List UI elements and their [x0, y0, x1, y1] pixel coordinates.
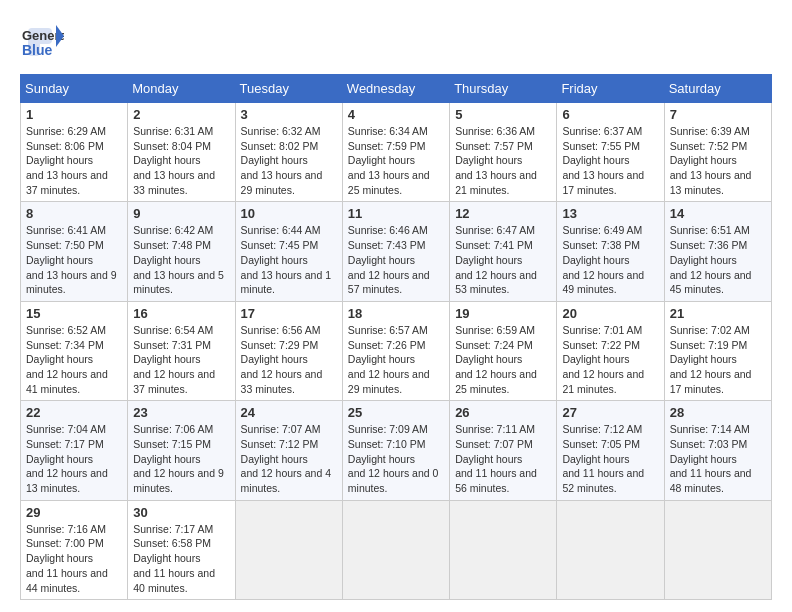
- day-number: 18: [348, 306, 444, 321]
- day-number: 23: [133, 405, 229, 420]
- day-number: 1: [26, 107, 122, 122]
- day-detail: Sunrise: 6:52 AM Sunset: 7:34 PM Dayligh…: [26, 323, 122, 396]
- day-detail: Sunrise: 7:14 AM Sunset: 7:03 PM Dayligh…: [670, 422, 766, 495]
- day-detail: Sunrise: 6:57 AM Sunset: 7:26 PM Dayligh…: [348, 323, 444, 396]
- calendar-cell: 7 Sunrise: 6:39 AM Sunset: 7:52 PM Dayli…: [664, 103, 771, 202]
- calendar-cell: 29 Sunrise: 7:16 AM Sunset: 7:00 PM Dayl…: [21, 500, 128, 599]
- calendar-cell: 26 Sunrise: 7:11 AM Sunset: 7:07 PM Dayl…: [450, 401, 557, 500]
- day-detail: Sunrise: 6:39 AM Sunset: 7:52 PM Dayligh…: [670, 124, 766, 197]
- day-number: 30: [133, 505, 229, 520]
- day-number: 3: [241, 107, 337, 122]
- logo-icon: General Blue: [20, 20, 64, 64]
- day-detail: Sunrise: 6:42 AM Sunset: 7:48 PM Dayligh…: [133, 223, 229, 296]
- calendar-cell: 23 Sunrise: 7:06 AM Sunset: 7:15 PM Dayl…: [128, 401, 235, 500]
- calendar-header-row: SundayMondayTuesdayWednesdayThursdayFrid…: [21, 75, 772, 103]
- day-detail: Sunrise: 7:04 AM Sunset: 7:17 PM Dayligh…: [26, 422, 122, 495]
- calendar-cell: 25 Sunrise: 7:09 AM Sunset: 7:10 PM Dayl…: [342, 401, 449, 500]
- calendar-week-row: 22 Sunrise: 7:04 AM Sunset: 7:17 PM Dayl…: [21, 401, 772, 500]
- day-number: 26: [455, 405, 551, 420]
- day-number: 17: [241, 306, 337, 321]
- day-detail: Sunrise: 6:29 AM Sunset: 8:06 PM Dayligh…: [26, 124, 122, 197]
- day-number: 14: [670, 206, 766, 221]
- calendar-cell: 10 Sunrise: 6:44 AM Sunset: 7:45 PM Dayl…: [235, 202, 342, 301]
- calendar-cell: 22 Sunrise: 7:04 AM Sunset: 7:17 PM Dayl…: [21, 401, 128, 500]
- calendar-cell: 15 Sunrise: 6:52 AM Sunset: 7:34 PM Dayl…: [21, 301, 128, 400]
- calendar-week-row: 8 Sunrise: 6:41 AM Sunset: 7:50 PM Dayli…: [21, 202, 772, 301]
- day-detail: Sunrise: 7:01 AM Sunset: 7:22 PM Dayligh…: [562, 323, 658, 396]
- col-header-thursday: Thursday: [450, 75, 557, 103]
- calendar-cell: 21 Sunrise: 7:02 AM Sunset: 7:19 PM Dayl…: [664, 301, 771, 400]
- day-detail: Sunrise: 7:12 AM Sunset: 7:05 PM Dayligh…: [562, 422, 658, 495]
- calendar-cell: 19 Sunrise: 6:59 AM Sunset: 7:24 PM Dayl…: [450, 301, 557, 400]
- day-number: 10: [241, 206, 337, 221]
- calendar-cell: 18 Sunrise: 6:57 AM Sunset: 7:26 PM Dayl…: [342, 301, 449, 400]
- day-detail: Sunrise: 6:54 AM Sunset: 7:31 PM Dayligh…: [133, 323, 229, 396]
- day-number: 2: [133, 107, 229, 122]
- calendar-cell: 16 Sunrise: 6:54 AM Sunset: 7:31 PM Dayl…: [128, 301, 235, 400]
- day-detail: Sunrise: 6:32 AM Sunset: 8:02 PM Dayligh…: [241, 124, 337, 197]
- day-number: 29: [26, 505, 122, 520]
- day-number: 15: [26, 306, 122, 321]
- calendar-cell: 6 Sunrise: 6:37 AM Sunset: 7:55 PM Dayli…: [557, 103, 664, 202]
- calendar-week-row: 29 Sunrise: 7:16 AM Sunset: 7:00 PM Dayl…: [21, 500, 772, 599]
- day-detail: Sunrise: 6:36 AM Sunset: 7:57 PM Dayligh…: [455, 124, 551, 197]
- calendar-cell: 24 Sunrise: 7:07 AM Sunset: 7:12 PM Dayl…: [235, 401, 342, 500]
- day-detail: Sunrise: 7:06 AM Sunset: 7:15 PM Dayligh…: [133, 422, 229, 495]
- calendar-cell: 2 Sunrise: 6:31 AM Sunset: 8:04 PM Dayli…: [128, 103, 235, 202]
- day-number: 16: [133, 306, 229, 321]
- calendar-week-row: 1 Sunrise: 6:29 AM Sunset: 8:06 PM Dayli…: [21, 103, 772, 202]
- calendar-table: SundayMondayTuesdayWednesdayThursdayFrid…: [20, 74, 772, 600]
- day-number: 11: [348, 206, 444, 221]
- col-header-monday: Monday: [128, 75, 235, 103]
- day-number: 27: [562, 405, 658, 420]
- day-detail: Sunrise: 6:47 AM Sunset: 7:41 PM Dayligh…: [455, 223, 551, 296]
- day-detail: Sunrise: 7:09 AM Sunset: 7:10 PM Dayligh…: [348, 422, 444, 495]
- calendar-cell: 28 Sunrise: 7:14 AM Sunset: 7:03 PM Dayl…: [664, 401, 771, 500]
- col-header-sunday: Sunday: [21, 75, 128, 103]
- day-detail: Sunrise: 7:17 AM Sunset: 6:58 PM Dayligh…: [133, 522, 229, 595]
- calendar-cell: 14 Sunrise: 6:51 AM Sunset: 7:36 PM Dayl…: [664, 202, 771, 301]
- day-number: 7: [670, 107, 766, 122]
- calendar-cell: 13 Sunrise: 6:49 AM Sunset: 7:38 PM Dayl…: [557, 202, 664, 301]
- calendar-cell: 30 Sunrise: 7:17 AM Sunset: 6:58 PM Dayl…: [128, 500, 235, 599]
- day-detail: Sunrise: 6:44 AM Sunset: 7:45 PM Dayligh…: [241, 223, 337, 296]
- col-header-wednesday: Wednesday: [342, 75, 449, 103]
- calendar-cell: 12 Sunrise: 6:47 AM Sunset: 7:41 PM Dayl…: [450, 202, 557, 301]
- calendar-cell: 27 Sunrise: 7:12 AM Sunset: 7:05 PM Dayl…: [557, 401, 664, 500]
- day-detail: Sunrise: 6:51 AM Sunset: 7:36 PM Dayligh…: [670, 223, 766, 296]
- day-detail: Sunrise: 6:49 AM Sunset: 7:38 PM Dayligh…: [562, 223, 658, 296]
- calendar-cell: [235, 500, 342, 599]
- calendar-cell: [664, 500, 771, 599]
- calendar-cell: 4 Sunrise: 6:34 AM Sunset: 7:59 PM Dayli…: [342, 103, 449, 202]
- svg-text:Blue: Blue: [22, 42, 53, 58]
- day-detail: Sunrise: 6:59 AM Sunset: 7:24 PM Dayligh…: [455, 323, 551, 396]
- day-detail: Sunrise: 6:56 AM Sunset: 7:29 PM Dayligh…: [241, 323, 337, 396]
- day-detail: Sunrise: 7:07 AM Sunset: 7:12 PM Dayligh…: [241, 422, 337, 495]
- col-header-friday: Friday: [557, 75, 664, 103]
- calendar-cell: 11 Sunrise: 6:46 AM Sunset: 7:43 PM Dayl…: [342, 202, 449, 301]
- day-number: 20: [562, 306, 658, 321]
- calendar-week-row: 15 Sunrise: 6:52 AM Sunset: 7:34 PM Dayl…: [21, 301, 772, 400]
- day-number: 8: [26, 206, 122, 221]
- calendar-cell: 9 Sunrise: 6:42 AM Sunset: 7:48 PM Dayli…: [128, 202, 235, 301]
- logo: General Blue: [20, 20, 64, 64]
- calendar-cell: 20 Sunrise: 7:01 AM Sunset: 7:22 PM Dayl…: [557, 301, 664, 400]
- day-number: 22: [26, 405, 122, 420]
- day-number: 12: [455, 206, 551, 221]
- day-detail: Sunrise: 7:16 AM Sunset: 7:00 PM Dayligh…: [26, 522, 122, 595]
- day-detail: Sunrise: 6:41 AM Sunset: 7:50 PM Dayligh…: [26, 223, 122, 296]
- calendar-cell: 3 Sunrise: 6:32 AM Sunset: 8:02 PM Dayli…: [235, 103, 342, 202]
- day-detail: Sunrise: 6:46 AM Sunset: 7:43 PM Dayligh…: [348, 223, 444, 296]
- day-number: 5: [455, 107, 551, 122]
- col-header-saturday: Saturday: [664, 75, 771, 103]
- day-number: 6: [562, 107, 658, 122]
- calendar-cell: 8 Sunrise: 6:41 AM Sunset: 7:50 PM Dayli…: [21, 202, 128, 301]
- day-detail: Sunrise: 6:34 AM Sunset: 7:59 PM Dayligh…: [348, 124, 444, 197]
- day-detail: Sunrise: 6:31 AM Sunset: 8:04 PM Dayligh…: [133, 124, 229, 197]
- col-header-tuesday: Tuesday: [235, 75, 342, 103]
- calendar-cell: 17 Sunrise: 6:56 AM Sunset: 7:29 PM Dayl…: [235, 301, 342, 400]
- page-header: General Blue: [20, 20, 772, 64]
- day-number: 25: [348, 405, 444, 420]
- day-number: 28: [670, 405, 766, 420]
- day-detail: Sunrise: 7:11 AM Sunset: 7:07 PM Dayligh…: [455, 422, 551, 495]
